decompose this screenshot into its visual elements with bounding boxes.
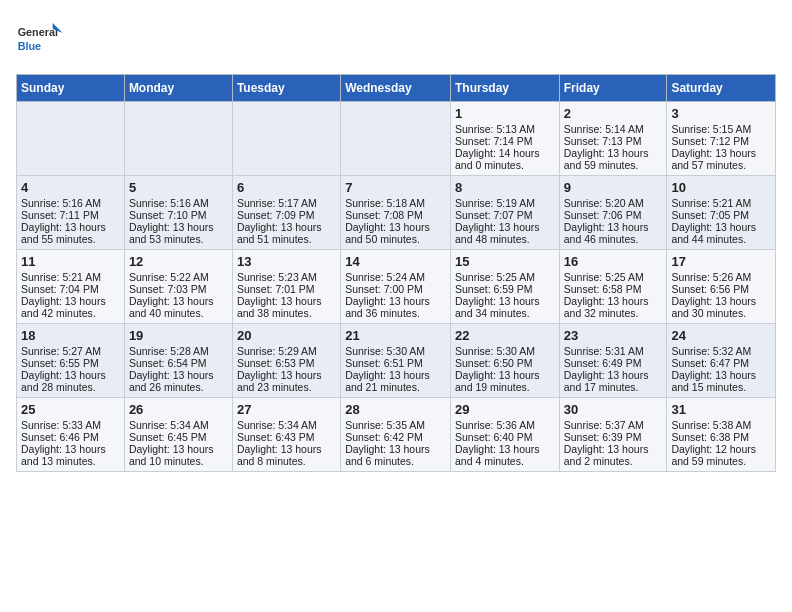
cell-text: and 57 minutes. xyxy=(671,159,771,171)
day-number: 5 xyxy=(129,180,228,195)
cell-text: Sunrise: 5:25 AM xyxy=(455,271,555,283)
day-number: 27 xyxy=(237,402,336,417)
cell-text: Sunset: 6:49 PM xyxy=(564,357,663,369)
cell-text: and 21 minutes. xyxy=(345,381,446,393)
day-number: 12 xyxy=(129,254,228,269)
cell-text: Daylight: 13 hours xyxy=(21,443,120,455)
calendar-cell: 11Sunrise: 5:21 AMSunset: 7:04 PMDayligh… xyxy=(17,250,125,324)
day-number: 8 xyxy=(455,180,555,195)
week-row-2: 4Sunrise: 5:16 AMSunset: 7:11 PMDaylight… xyxy=(17,176,776,250)
day-number: 21 xyxy=(345,328,446,343)
cell-text: and 4 minutes. xyxy=(455,455,555,467)
cell-text: Sunset: 6:38 PM xyxy=(671,431,771,443)
cell-text: Daylight: 13 hours xyxy=(671,221,771,233)
cell-text: Daylight: 13 hours xyxy=(564,295,663,307)
calendar-cell: 8Sunrise: 5:19 AMSunset: 7:07 PMDaylight… xyxy=(450,176,559,250)
logo-svg: General Blue xyxy=(16,16,66,66)
cell-text: Sunset: 6:46 PM xyxy=(21,431,120,443)
cell-text: and 28 minutes. xyxy=(21,381,120,393)
cell-text: Daylight: 13 hours xyxy=(345,443,446,455)
cell-text: Daylight: 13 hours xyxy=(564,221,663,233)
cell-text: Sunset: 7:12 PM xyxy=(671,135,771,147)
cell-text: and 53 minutes. xyxy=(129,233,228,245)
cell-text: Daylight: 13 hours xyxy=(237,221,336,233)
header-tuesday: Tuesday xyxy=(232,75,340,102)
calendar-cell: 16Sunrise: 5:25 AMSunset: 6:58 PMDayligh… xyxy=(559,250,667,324)
cell-text: Sunrise: 5:25 AM xyxy=(564,271,663,283)
calendar-cell: 10Sunrise: 5:21 AMSunset: 7:05 PMDayligh… xyxy=(667,176,776,250)
cell-text: Sunset: 6:56 PM xyxy=(671,283,771,295)
cell-text: Sunrise: 5:33 AM xyxy=(21,419,120,431)
day-number: 24 xyxy=(671,328,771,343)
cell-text: and 46 minutes. xyxy=(564,233,663,245)
cell-text: Daylight: 13 hours xyxy=(564,147,663,159)
cell-text: Sunrise: 5:29 AM xyxy=(237,345,336,357)
day-number: 25 xyxy=(21,402,120,417)
calendar-cell: 4Sunrise: 5:16 AMSunset: 7:11 PMDaylight… xyxy=(17,176,125,250)
logo: General Blue xyxy=(16,16,66,66)
cell-text: and 48 minutes. xyxy=(455,233,555,245)
cell-text: Sunrise: 5:20 AM xyxy=(564,197,663,209)
header-wednesday: Wednesday xyxy=(341,75,451,102)
cell-text: and 51 minutes. xyxy=(237,233,336,245)
cell-text: Sunset: 7:08 PM xyxy=(345,209,446,221)
calendar-cell: 21Sunrise: 5:30 AMSunset: 6:51 PMDayligh… xyxy=(341,324,451,398)
cell-text: Sunrise: 5:19 AM xyxy=(455,197,555,209)
header-friday: Friday xyxy=(559,75,667,102)
cell-text: Sunrise: 5:13 AM xyxy=(455,123,555,135)
cell-text: Daylight: 13 hours xyxy=(129,295,228,307)
day-number: 2 xyxy=(564,106,663,121)
cell-text: Sunrise: 5:14 AM xyxy=(564,123,663,135)
cell-text: Daylight: 14 hours xyxy=(455,147,555,159)
cell-text: and 34 minutes. xyxy=(455,307,555,319)
cell-text: Sunrise: 5:23 AM xyxy=(237,271,336,283)
cell-text: Sunrise: 5:24 AM xyxy=(345,271,446,283)
cell-text: and 30 minutes. xyxy=(671,307,771,319)
cell-text: and 0 minutes. xyxy=(455,159,555,171)
cell-text: Sunrise: 5:30 AM xyxy=(345,345,446,357)
day-number: 26 xyxy=(129,402,228,417)
cell-text: Sunset: 7:13 PM xyxy=(564,135,663,147)
cell-text: and 36 minutes. xyxy=(345,307,446,319)
calendar-cell: 17Sunrise: 5:26 AMSunset: 6:56 PMDayligh… xyxy=(667,250,776,324)
calendar-cell: 14Sunrise: 5:24 AMSunset: 7:00 PMDayligh… xyxy=(341,250,451,324)
cell-text: and 55 minutes. xyxy=(21,233,120,245)
calendar-cell: 7Sunrise: 5:18 AMSunset: 7:08 PMDaylight… xyxy=(341,176,451,250)
day-number: 10 xyxy=(671,180,771,195)
calendar-cell: 3Sunrise: 5:15 AMSunset: 7:12 PMDaylight… xyxy=(667,102,776,176)
calendar-cell: 23Sunrise: 5:31 AMSunset: 6:49 PMDayligh… xyxy=(559,324,667,398)
cell-text: Daylight: 13 hours xyxy=(345,221,446,233)
cell-text: Sunrise: 5:16 AM xyxy=(21,197,120,209)
day-number: 1 xyxy=(455,106,555,121)
calendar-cell: 22Sunrise: 5:30 AMSunset: 6:50 PMDayligh… xyxy=(450,324,559,398)
day-number: 30 xyxy=(564,402,663,417)
cell-text: Daylight: 13 hours xyxy=(671,295,771,307)
cell-text: Daylight: 13 hours xyxy=(455,221,555,233)
header-row: SundayMondayTuesdayWednesdayThursdayFrid… xyxy=(17,75,776,102)
cell-text: Sunset: 6:50 PM xyxy=(455,357,555,369)
cell-text: Daylight: 13 hours xyxy=(345,369,446,381)
calendar-body: 1Sunrise: 5:13 AMSunset: 7:14 PMDaylight… xyxy=(17,102,776,472)
calendar-table: SundayMondayTuesdayWednesdayThursdayFrid… xyxy=(16,74,776,472)
cell-text: Sunrise: 5:30 AM xyxy=(455,345,555,357)
cell-text: Sunrise: 5:22 AM xyxy=(129,271,228,283)
cell-text: Daylight: 13 hours xyxy=(345,295,446,307)
calendar-cell: 2Sunrise: 5:14 AMSunset: 7:13 PMDaylight… xyxy=(559,102,667,176)
cell-text: Sunset: 6:45 PM xyxy=(129,431,228,443)
calendar-cell xyxy=(341,102,451,176)
cell-text: and 19 minutes. xyxy=(455,381,555,393)
cell-text: and 8 minutes. xyxy=(237,455,336,467)
day-number: 16 xyxy=(564,254,663,269)
cell-text: and 10 minutes. xyxy=(129,455,228,467)
cell-text: Daylight: 13 hours xyxy=(129,443,228,455)
calendar-header: SundayMondayTuesdayWednesdayThursdayFrid… xyxy=(17,75,776,102)
cell-text: Sunset: 6:39 PM xyxy=(564,431,663,443)
svg-text:Blue: Blue xyxy=(18,40,41,52)
cell-text: Daylight: 13 hours xyxy=(455,369,555,381)
cell-text: Sunrise: 5:34 AM xyxy=(129,419,228,431)
cell-text: and 26 minutes. xyxy=(129,381,228,393)
week-row-4: 18Sunrise: 5:27 AMSunset: 6:55 PMDayligh… xyxy=(17,324,776,398)
calendar-cell: 28Sunrise: 5:35 AMSunset: 6:42 PMDayligh… xyxy=(341,398,451,472)
day-number: 6 xyxy=(237,180,336,195)
calendar-cell: 18Sunrise: 5:27 AMSunset: 6:55 PMDayligh… xyxy=(17,324,125,398)
